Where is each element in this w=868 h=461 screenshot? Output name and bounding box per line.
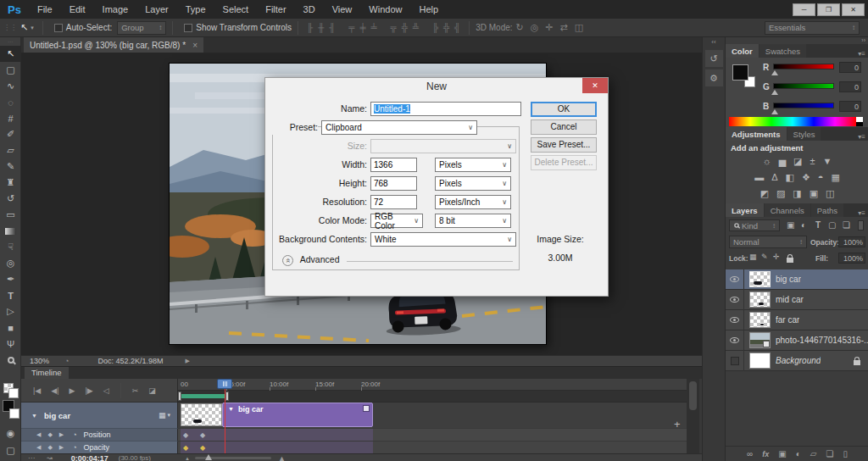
color-spectrum-bar[interactable] [729, 117, 856, 126]
hand-tool[interactable]: Ψ [0, 336, 21, 352]
keyframe-diamond[interactable]: ◆ [200, 431, 205, 439]
distribute-left-icon[interactable]: ╠ [430, 23, 441, 32]
tab-adjustments[interactable]: Adjustments [726, 127, 787, 141]
tab-color[interactable]: Color [726, 44, 759, 58]
timeline-zoom-thumb[interactable] [205, 454, 212, 460]
layer-name[interactable]: big car [776, 275, 801, 284]
resolution-input[interactable]: 72 [370, 195, 417, 209]
properties-panel-button[interactable]: ⚙ [705, 69, 723, 86]
work-area-bar[interactable] [178, 391, 687, 403]
selective-color-icon[interactable]: ▣ [810, 188, 818, 199]
layer-row-mid-car[interactable]: mid car [726, 290, 868, 310]
close-window-button[interactable]: ✕ [842, 3, 865, 16]
stopwatch-icon[interactable]: ◔ [72, 443, 76, 452]
new-adjustment-layer-icon[interactable]: ◐ [796, 449, 801, 458]
filter-type-layers-icon[interactable]: T [815, 220, 821, 230]
gradient-map-icon[interactable]: ◫ [826, 188, 834, 199]
split-at-playhead-icon[interactable]: ✂ [127, 386, 144, 395]
black-white-icon[interactable]: ◧ [786, 172, 794, 183]
history-panel-button[interactable]: ↺ [705, 50, 723, 67]
advanced-toggle[interactable]: « Advanced [282, 254, 339, 266]
previous-keyframe-icon[interactable]: ◀ [33, 444, 44, 451]
filter-adjustment-layers-icon[interactable]: ◐ [801, 220, 806, 230]
delete-layer-icon[interactable]: ▯ [843, 449, 848, 458]
height-input[interactable]: 768 [370, 176, 417, 191]
playhead-handle[interactable] [217, 379, 232, 389]
align-vertical-centers-icon[interactable]: ╪ [357, 23, 368, 32]
quick-mask-button[interactable]: ◉ [0, 425, 21, 442]
name-input[interactable]: Untitled-1 [370, 102, 521, 116]
3d-slide-icon[interactable]: ⇄ [557, 22, 571, 33]
timeline-track-header[interactable]: ▼ big car ▦ ▾ [21, 403, 178, 428]
color-lookup-icon[interactable]: ▦ [831, 172, 839, 183]
blend-mode-dropdown[interactable]: Normal↕ [729, 236, 807, 248]
hue-saturation-icon[interactable]: ▬ [754, 172, 764, 183]
rectangular-marquee-tool[interactable]: ▢ [0, 62, 21, 78]
background-contents-dropdown[interactable]: White∨ [370, 232, 516, 247]
height-unit-dropdown[interactable]: Pixels∨ [435, 176, 511, 191]
path-selection-tool[interactable]: ▷ [0, 303, 21, 319]
brightness-contrast-icon[interactable]: ☼ [763, 156, 771, 167]
tab-timeline[interactable]: Timeline [25, 367, 69, 379]
threshold-icon[interactable]: ◨ [793, 188, 801, 199]
levels-icon[interactable]: ▅ [779, 156, 786, 167]
flip-icon[interactable]: ↝ [47, 454, 53, 461]
timeline-zoom-slider[interactable] [195, 457, 271, 459]
zoom-in-timeline-icon[interactable]: ▲ [278, 454, 286, 461]
stopwatch-icon[interactable]: ◔ [72, 430, 76, 439]
layer-thumbnail[interactable] [749, 332, 771, 348]
visibility-toggle[interactable] [726, 330, 744, 351]
distribute-bottom-icon[interactable]: ╩ [410, 23, 421, 32]
layer-row-far-car[interactable]: far car [726, 310, 868, 330]
distribute-vertical-icon[interactable]: ╬ [399, 23, 410, 32]
3d-rotate-icon[interactable]: ↻ [513, 22, 527, 33]
3d-scale-icon[interactable]: ◫ [571, 22, 587, 33]
menu-type[interactable]: Type [177, 4, 214, 14]
green-slider[interactable] [773, 83, 834, 89]
menu-3d[interactable]: 3D [295, 4, 324, 14]
layer-row-photo[interactable]: photo-1446770145316-... [726, 330, 868, 351]
eyedropper-tool[interactable]: ✐ [0, 126, 21, 142]
visibility-toggle[interactable] [726, 310, 744, 330]
size-dropdown[interactable]: ∨ [370, 139, 516, 153]
cancel-button[interactable]: Cancel [531, 119, 597, 135]
new-layer-icon[interactable]: ❏ [826, 449, 833, 458]
lock-paint-icon[interactable]: ✎ [761, 253, 768, 261]
tab-swatches[interactable]: Swatches [760, 44, 806, 58]
menu-file[interactable]: File [29, 4, 61, 14]
blue-slider-thumb[interactable] [771, 109, 778, 114]
layer-row-big-car[interactable]: big car [726, 269, 868, 290]
invert-icon[interactable]: ◩ [760, 188, 768, 199]
work-area-segment[interactable] [181, 394, 226, 398]
clip-disclosure-icon[interactable]: ▼ [228, 406, 234, 412]
screen-mode-button[interactable]: ▢ [0, 442, 21, 458]
red-slider[interactable] [773, 64, 834, 69]
visibility-toggle[interactable] [726, 269, 744, 290]
go-to-first-frame-icon[interactable]: |◀ [28, 386, 46, 395]
play-icon[interactable]: ▶ [64, 386, 81, 395]
green-value[interactable]: 0 [839, 81, 861, 92]
opacity-value[interactable]: 100% [838, 236, 865, 247]
menu-window[interactable]: Window [360, 4, 410, 14]
clip-thumbnail[interactable] [181, 403, 222, 426]
align-right-edges-icon[interactable]: ╢ [326, 23, 337, 32]
keyframe-diamond-yellow[interactable]: ◆ [183, 444, 188, 452]
visibility-toggle[interactable] [726, 351, 744, 371]
layer-name[interactable]: mid car [776, 295, 804, 304]
ok-button[interactable]: OK [531, 102, 597, 117]
collapse-dock-icon[interactable]: ‹‹ [703, 37, 725, 47]
menu-filter[interactable]: Filter [257, 4, 294, 14]
tab-layers[interactable]: Layers [726, 203, 764, 217]
tab-channels[interactable]: Channels [765, 203, 810, 217]
red-slider-thumb[interactable] [771, 70, 778, 75]
panel-menu-icon[interactable]: ▾≡ [858, 50, 868, 58]
align-bottom-edges-icon[interactable]: ╧ [369, 23, 380, 32]
channel-mixer-icon[interactable]: ◓ [818, 172, 824, 183]
color-balance-icon[interactable]: Δ [771, 172, 777, 183]
link-layers-icon[interactable]: ∞ [747, 449, 753, 458]
foreground-color-well[interactable] [732, 64, 748, 81]
background-color-chip-white[interactable] [8, 388, 19, 398]
zoom-out-timeline-icon[interactable]: ▲ [185, 456, 190, 461]
lasso-tool[interactable]: ∿ [0, 78, 21, 94]
zoom-level[interactable]: 130% [21, 357, 58, 365]
